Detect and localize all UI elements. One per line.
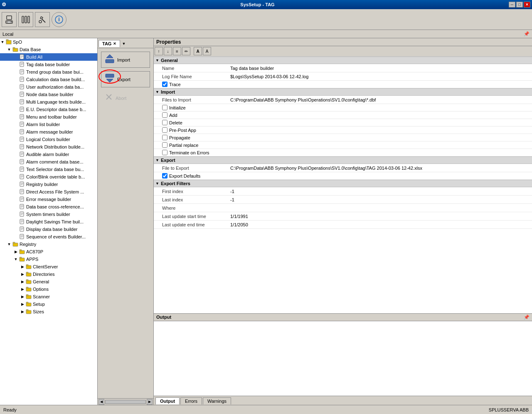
tree-item-clientserver[interactable]: ▶ClientServer <box>0 263 97 270</box>
tree-item-options[interactable]: ▶Options <box>0 285 97 293</box>
prop-section-general[interactable]: ▼ General <box>154 57 532 64</box>
tree-item-setup[interactable]: ▶Setup <box>0 300 97 308</box>
tree-item-colorblink[interactable]: Color/Blink override table b... <box>0 173 97 181</box>
tree-item-calcdb[interactable]: Calculation data base build... <box>0 76 97 83</box>
tree-item-alarmmsg[interactable]: Alarm message builder <box>0 128 97 136</box>
prop-section-exportfilters[interactable]: ▼ Export Filters <box>154 180 532 187</box>
prop-row-delete[interactable]: Delete <box>154 119 532 126</box>
tree-item-directaccess[interactable]: Direct Access File System ... <box>0 188 97 196</box>
prop-row-add[interactable]: Add <box>154 112 532 119</box>
tree-item-registry[interactable]: ▼Registry <box>0 240 97 248</box>
prop-row-export-defaults[interactable]: Export Defaults <box>154 172 532 180</box>
bottom-tab-errors[interactable]: Errors <box>180 397 202 404</box>
expand-icon[interactable]: ▼ <box>13 257 18 262</box>
expand-icon[interactable]: ▼ <box>7 242 12 247</box>
prop-sort-desc-btn[interactable]: ↓ <box>164 47 172 55</box>
tree-item-logiccolors[interactable]: Logical Colors builder <box>0 136 97 143</box>
tree-item-tagdb[interactable]: Tag data base builder <box>0 61 97 68</box>
tree-item-sizes[interactable]: ▶Sizes <box>0 308 97 315</box>
tree-item-systimers[interactable]: System timers builder <box>0 211 97 218</box>
tree-item-userauth[interactable]: User authorization data ba... <box>0 83 97 91</box>
tree-item-registry2[interactable]: Registry builder <box>0 181 97 188</box>
expand-icon[interactable]: ▶ <box>20 279 25 284</box>
tree-item-general[interactable]: ▶General <box>0 278 97 285</box>
expand-icon[interactable]: ▶ <box>20 302 25 307</box>
expand-icon[interactable]: ▼ <box>0 40 5 45</box>
prop-row-terminate-on-errors[interactable]: Terminate on Errors <box>154 149 532 156</box>
tree-item-menutoolbar[interactable]: Menu and toolbar builder <box>0 113 97 121</box>
tag-tab-close[interactable]: ✕ <box>113 42 116 46</box>
prop-checkbox[interactable] <box>162 120 167 125</box>
tree-item-nodedb[interactable]: Node data base builder <box>0 91 97 98</box>
bottom-tab-warnings[interactable]: Warnings <box>203 397 231 404</box>
tree-item-apps[interactable]: ▼APPS <box>0 255 97 263</box>
expand-icon[interactable]: ▶ <box>13 249 18 254</box>
tools-button[interactable] <box>35 12 50 27</box>
prop-section-export[interactable]: ▼ Export <box>154 156 532 164</box>
prop-checkbox[interactable] <box>162 135 167 140</box>
import-button[interactable]: Import <box>101 52 150 68</box>
close-button[interactable]: ✕ <box>524 2 530 7</box>
tree-item-daylightsav[interactable]: Daylight Savings Time buil... <box>0 218 97 226</box>
tree-item-displaydb[interactable]: Display data base builder <box>0 226 97 233</box>
horiz-scroll[interactable]: ◀ ▶ <box>98 398 153 405</box>
prop-row-initialize[interactable]: Initialize <box>154 104 532 112</box>
info-button[interactable]: i <box>52 12 66 27</box>
tree-item-ac870p[interactable]: ▶AC870P <box>0 248 97 255</box>
scroll-right-btn[interactable]: ▶ <box>147 399 153 405</box>
scroll-track[interactable] <box>105 400 146 404</box>
tag-tab[interactable]: TAG ✕ <box>99 40 120 47</box>
prop-checkbox[interactable] <box>162 173 167 178</box>
tree-item-networkdist[interactable]: Network Distribution builde... <box>0 143 97 151</box>
minimize-button[interactable]: ─ <box>509 2 515 7</box>
expand-icon[interactable]: ▶ <box>20 287 25 292</box>
tree-item-alarmlist[interactable]: Alarm list builder <box>0 121 97 128</box>
prop-row-partial-replace[interactable]: Partial replace <box>154 141 532 149</box>
export-button[interactable]: Export <box>101 71 150 87</box>
tree-item-textselector[interactable]: Text Selector data base bu... <box>0 166 97 173</box>
tree-item-multilang[interactable]: Multi Language texts builde... <box>0 98 97 106</box>
tree-item-eudesc[interactable]: E.U. Descriptor data base b... <box>0 106 97 113</box>
section-collapse-icon[interactable]: ▼ <box>155 181 159 186</box>
prop-categorize-btn[interactable]: ≡ <box>173 47 181 55</box>
tree-item-alarmcomment[interactable]: Alarm comment data base... <box>0 158 97 166</box>
columns-button[interactable] <box>18 12 33 27</box>
prop-checkbox[interactable] <box>162 127 167 133</box>
prop-sort-asc-btn[interactable]: ↑ <box>155 47 163 55</box>
tree-item-database[interactable]: ▼Data Base <box>0 46 97 53</box>
tree-item-trenddb[interactable]: Trend group data base bui... <box>0 68 97 76</box>
expand-icon[interactable]: ▶ <box>20 272 25 277</box>
prop-font-small-btn[interactable]: A <box>203 47 211 55</box>
expand-icon[interactable]: ▶ <box>20 294 25 299</box>
tree-item-directories[interactable]: ▶Directories <box>0 270 97 278</box>
prop-checkbox[interactable] <box>162 105 167 110</box>
tree-item-scanner[interactable]: ▶Scanner <box>0 293 97 300</box>
tree-item-spo[interactable]: ▼SpO <box>0 38 97 46</box>
prop-checkbox[interactable] <box>162 82 167 87</box>
section-collapse-icon[interactable]: ▼ <box>155 158 159 162</box>
maximize-button[interactable]: □ <box>516 2 523 7</box>
print-button[interactable] <box>2 12 17 27</box>
tree-item-audiblealarm[interactable]: Audible alarm builder <box>0 151 97 158</box>
expand-icon[interactable]: ▼ <box>7 47 12 52</box>
prop-checkbox[interactable] <box>162 112 167 118</box>
prop-font-a-btn[interactable]: A <box>194 47 202 55</box>
prop-row-pre-post-app[interactable]: Pre-Post App <box>154 126 532 134</box>
prop-edit-btn[interactable]: ✏ <box>182 47 190 55</box>
tree-item-dbcrossref[interactable]: Data base cross-reference... <box>0 203 97 211</box>
expand-icon[interactable]: ▶ <box>20 309 25 314</box>
prop-row-trace[interactable]: Trace <box>154 81 532 88</box>
tree-item-seqevents[interactable]: Sequence of events Builder... <box>0 233 97 240</box>
tree-item-buildall[interactable]: Build All <box>0 53 97 61</box>
tree-item-errormsg[interactable]: Error message builder <box>0 196 97 203</box>
section-collapse-icon[interactable]: ▼ <box>155 58 159 62</box>
scroll-left-btn[interactable]: ◀ <box>99 399 104 405</box>
prop-checkbox[interactable] <box>162 142 167 148</box>
left-panel[interactable]: ▼SpO▼Data BaseBuild AllTag data base bui… <box>0 38 98 405</box>
expand-icon[interactable]: ▶ <box>20 264 25 269</box>
prop-section-import[interactable]: ▼ Import <box>154 88 532 96</box>
bottom-tab-output[interactable]: Output <box>155 397 180 404</box>
prop-row-propagate[interactable]: Propagate <box>154 134 532 141</box>
section-collapse-icon[interactable]: ▼ <box>155 90 159 94</box>
tab-dropdown[interactable]: ▼ <box>122 42 126 46</box>
